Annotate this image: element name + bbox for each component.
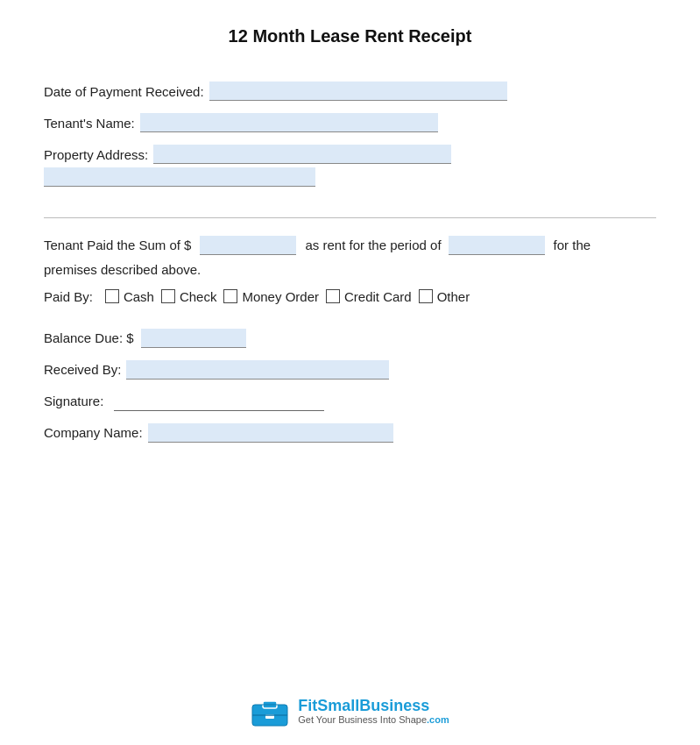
credit-card-checkbox[interactable] [326, 289, 340, 303]
period-input[interactable] [449, 236, 545, 255]
cash-label: Cash [124, 289, 154, 304]
sum-prefix: Tenant Paid the Sum of $ [44, 234, 191, 257]
paid-by-row: Paid By: Cash Check Money Order Credit C… [44, 289, 656, 304]
checkbox-money-order: Money Order [223, 289, 319, 304]
money-order-label: Money Order [242, 289, 319, 304]
company-input[interactable] [148, 423, 393, 443]
signature-row: Signature: [44, 392, 656, 411]
signature-input[interactable] [114, 392, 324, 411]
page: 12 Month Lease Rent Receipt Date of Paym… [0, 0, 700, 745]
company-label: Company Name: [44, 425, 143, 440]
balance-section: Balance Due: $ Received By: Signature: C… [44, 329, 656, 455]
sum-input[interactable] [200, 236, 296, 255]
address-row1: Property Address: [44, 145, 656, 164]
logo-brand-colored: Fit [298, 697, 317, 714]
checkbox-credit-card: Credit Card [326, 289, 412, 304]
balance-label: Balance Due: $ [44, 330, 134, 345]
premises-text: premises described above. [44, 262, 656, 277]
date-row: Date of Payment Received: [44, 82, 656, 101]
logo-brand: FitSmallBusiness [298, 698, 429, 715]
received-row: Received By: [44, 360, 656, 380]
signature-label: Signature: [44, 394, 103, 408]
sum-row: Tenant Paid the Sum of $ as rent for the… [44, 234, 656, 257]
tenant-input[interactable] [140, 113, 438, 132]
tenant-label: Tenant's Name: [44, 116, 135, 131]
received-label: Received By: [44, 362, 121, 377]
logo-text: FitSmallBusiness Get Your Business Into … [298, 698, 449, 727]
logo-tagline-text: Get Your Business Into Shape [298, 714, 427, 725]
cash-checkbox[interactable] [105, 289, 119, 303]
balance-input[interactable] [141, 329, 246, 348]
received-input[interactable] [126, 360, 389, 380]
date-input[interactable] [209, 82, 507, 101]
date-label: Date of Payment Received: [44, 84, 204, 99]
address-input-2[interactable] [44, 167, 315, 187]
balance-row: Balance Due: $ [44, 329, 656, 348]
address-input-1[interactable] [153, 145, 451, 164]
footer: FitSmallBusiness Get Your Business Into … [44, 661, 656, 727]
checkbox-check: Check [161, 289, 217, 304]
tenant-row: Tenant's Name: [44, 113, 656, 132]
logo-brand-rest: SmallBusiness [317, 697, 429, 714]
checkbox-other: Other [419, 289, 470, 304]
sum-midtext2: for the [554, 234, 591, 257]
page-title: 12 Month Lease Rent Receipt [44, 26, 656, 46]
other-label: Other [437, 289, 470, 304]
company-row: Company Name: [44, 423, 656, 443]
checkbox-cash: Cash [105, 289, 154, 304]
check-checkbox[interactable] [161, 289, 175, 303]
address-row2 [44, 167, 656, 189]
logo-domain: .com [427, 714, 449, 725]
check-label: Check [180, 289, 217, 304]
address-block: Property Address: [44, 145, 656, 189]
credit-card-label: Credit Card [344, 289, 412, 304]
other-checkbox[interactable] [419, 289, 433, 303]
fitsmallbusiness-logo-icon [251, 696, 289, 727]
logo-tagline: Get Your Business Into Shape.com [298, 714, 449, 726]
sum-midtext1: as rent for the period of [305, 234, 441, 257]
address-label: Property Address: [44, 147, 148, 162]
money-order-checkbox[interactable] [223, 289, 237, 303]
divider [44, 217, 656, 218]
paid-by-label: Paid By: [44, 289, 93, 304]
